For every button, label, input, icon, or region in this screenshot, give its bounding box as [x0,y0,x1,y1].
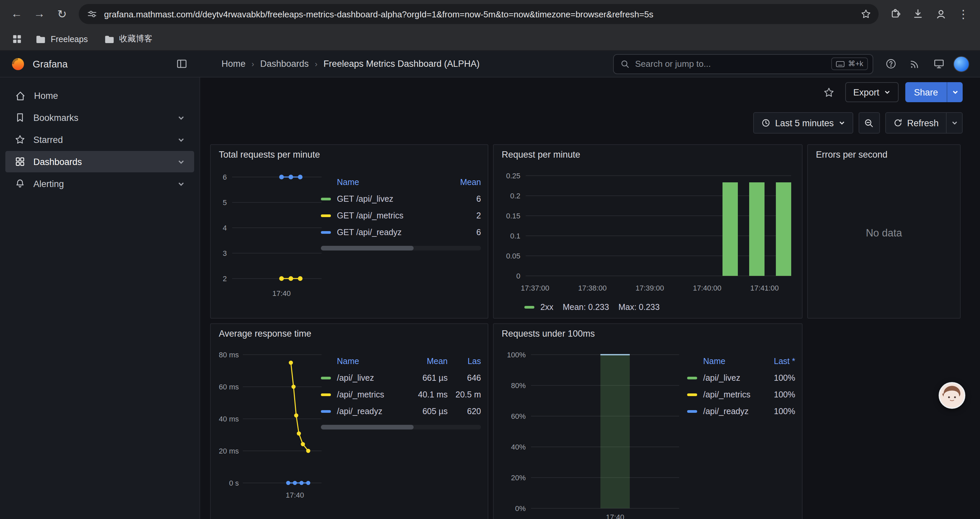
sidebar-item-alerting[interactable]: Alerting [5,173,194,194]
chevron-down-icon[interactable] [177,136,185,143]
display-button[interactable] [929,54,948,73]
sidebar-toggle-button[interactable] [172,54,191,73]
time-range-button[interactable]: Last 5 minutes [753,112,853,134]
series-color [687,376,697,379]
search-icon [620,59,630,69]
series-name[interactable]: /api/_livez [703,373,740,382]
share-button[interactable]: Share [905,82,947,102]
legend-scrollbar[interactable] [321,425,481,430]
breadcrumb-home[interactable]: Home [221,59,245,69]
bookmark-folder-freeleaps[interactable]: Freeleaps [29,32,94,46]
search-box[interactable]: ⌘+k [613,54,873,74]
extensions-button[interactable] [884,3,907,26]
browser-menu-button[interactable]: ⋮ [952,3,975,26]
chevron-right-icon: › [315,59,318,69]
series-name[interactable]: GET /api/_metrics [337,211,404,220]
bookmark-folder-label: 收藏博客 [119,34,153,45]
downloads-button[interactable] [907,3,929,26]
scrollbar-thumb[interactable] [321,246,414,251]
panel-title[interactable]: Total requests per minute [211,145,488,161]
export-button[interactable]: Export [845,82,899,102]
panel-title[interactable]: Requests under 100ms [494,324,802,340]
legend-header-name[interactable]: Name [321,178,359,187]
legend-row: /api/_livez 661 µs 646 [321,369,481,386]
svg-text:40 ms: 40 ms [219,415,239,423]
svg-text:100%: 100% [507,351,526,359]
series-name[interactable]: /api/_readyz [703,406,749,416]
panel-title[interactable]: Errors per second [808,145,960,161]
chevron-down-icon [838,120,845,126]
svg-text:40%: 40% [511,443,526,451]
legend-scrollbar[interactable] [321,246,481,251]
sidebar-item-dashboards[interactable]: Dashboards [5,151,194,172]
chevron-right-icon: › [251,59,254,69]
series-name[interactable]: /api/_metrics [337,390,384,399]
series-name[interactable]: 2xx [540,303,554,312]
forward-button[interactable]: → [28,3,51,26]
grafana-logo[interactable] [11,56,25,71]
chevron-down-icon[interactable] [177,114,185,121]
legend-table: Name Last * /api/_livez 100% /api/_metri… [687,340,802,519]
site-settings-icon[interactable] [87,9,97,19]
news-rss-button[interactable] [905,54,924,73]
series-metrics-line [289,361,310,452]
series-color [321,214,331,217]
apps-grid-button[interactable] [8,30,25,48]
zoom-out-button[interactable] [858,112,880,134]
bookmark-star-icon[interactable] [857,5,875,23]
legend-header-last[interactable]: Las [453,357,481,366]
favorite-star-button[interactable] [820,83,838,102]
panel-title[interactable]: Average response time [211,324,488,340]
series-readyz-livez-line [280,175,302,179]
svg-text:0%: 0% [515,504,526,513]
url-text[interactable]: grafana.mathmast.com/d/deytv4rwavabkb/fr… [104,9,857,19]
panel-title[interactable]: Request per minute [494,145,802,161]
refresh-interval-chevron[interactable] [947,112,963,134]
legend-header-name[interactable]: Name [321,357,359,366]
svg-text:0.05: 0.05 [506,252,520,260]
legend-header-mean[interactable]: Mean [405,357,448,366]
refresh-button[interactable]: Refresh [885,112,947,134]
series-name[interactable]: /api/_readyz [337,406,382,416]
panel-errors-per-second: Errors per second No data [807,144,961,319]
dashboard-main: Export Share [200,77,980,519]
svg-text:17:41:00: 17:41:00 [750,284,779,292]
url-bar[interactable]: grafana.mathmast.com/d/deytv4rwavabkb/fr… [79,4,878,24]
svg-text:80%: 80% [511,382,526,390]
user-avatar[interactable] [953,56,969,72]
legend-header-last[interactable]: Last * [762,357,795,366]
svg-text:0: 0 [516,272,520,280]
breadcrumb-dashboards[interactable]: Dashboards [260,59,309,69]
series-name[interactable]: /api/_livez [337,373,374,382]
legend-header-mean[interactable]: Mean [448,178,481,187]
svg-text:0.15: 0.15 [506,212,520,220]
bookmark-folder-blog[interactable]: 收藏博客 [98,31,158,48]
refresh-split-button: Refresh [885,112,963,134]
search-input[interactable] [635,59,826,69]
sidebar-item-home[interactable]: Home [5,85,194,106]
help-button[interactable] [881,54,900,73]
time-controls: Last 5 minutes [200,107,980,139]
under-100ms-chart: 100% 80% 60% 40% 20% 0% [494,340,687,519]
series-name[interactable]: GET /api/_livez [337,194,393,203]
share-options-chevron[interactable] [947,82,963,102]
legend-header-name[interactable]: Name [687,357,725,366]
back-button[interactable]: ← [5,3,28,26]
series-color [687,393,697,396]
chevron-down-icon[interactable] [177,158,185,165]
scrollbar-thumb[interactable] [321,425,414,430]
profile-button[interactable] [929,3,952,26]
series-name[interactable]: /api/_metrics [703,390,751,399]
series-2xx-bars [722,182,791,276]
svg-text:4: 4 [223,224,227,232]
series-name[interactable]: GET /api/_readyz [337,227,402,237]
sidebar-item-bookmarks[interactable]: Bookmarks [5,107,194,128]
reload-button[interactable]: ↻ [51,3,73,26]
chevron-down-icon[interactable] [177,180,185,187]
panel-avg-response-time: Average response time 80 ms [210,323,488,519]
svg-text:0 s: 0 s [229,479,239,487]
home-icon [15,90,26,101]
assistant-avatar[interactable] [939,382,965,409]
sidebar-item-starred[interactable]: Starred [5,129,194,150]
series-max: Max: 0.233 [619,303,660,312]
